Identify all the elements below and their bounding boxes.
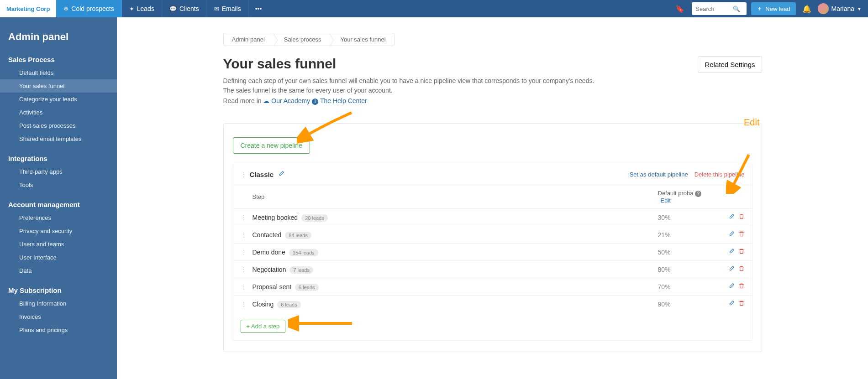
lead-count-badge: 6 leads [277, 301, 300, 308]
table-row: ⋮Meeting booked20 leads30% [233, 208, 752, 226]
sidebar-section-title: Integrations [0, 150, 117, 165]
delete-step-icon[interactable] [738, 248, 745, 256]
page-title: Your sales funnel [223, 56, 684, 72]
sidebar-item[interactable]: Plans and pricings [0, 323, 117, 337]
lead-count-badge: 84 leads [285, 232, 311, 239]
nav-tabs: ❄Cold prospects✦Leads💬Clients✉Emails [56, 0, 248, 17]
avatar [818, 3, 829, 14]
sidebar-item[interactable]: Data [0, 264, 117, 277]
drag-handle-icon[interactable]: ⋮ [241, 171, 247, 178]
step-proba: 90% [658, 301, 671, 308]
step-name: Proposal sent [253, 283, 292, 291]
nav-tab-leads[interactable]: ✦Leads [122, 0, 162, 17]
breadcrumb-item[interactable]: Admin panel [224, 33, 273, 46]
sidebar-item[interactable]: Users and teams [0, 238, 117, 251]
edit-step-icon[interactable] [728, 265, 735, 273]
sidebar: Admin panel Sales ProcessDefault fieldsY… [0, 17, 117, 379]
brand-logo[interactable]: Marketing Corp [0, 0, 56, 17]
nav-tab-icon: ✉ [214, 5, 219, 12]
sidebar-item[interactable]: Your sales funnel [0, 79, 117, 93]
drag-handle-icon[interactable]: ⋮ [241, 301, 247, 308]
search-input[interactable] [692, 5, 733, 12]
edit-step-icon[interactable] [728, 213, 735, 221]
step-proba: 70% [658, 283, 671, 291]
nav-tab-cold-prospects[interactable]: ❄Cold prospects [56, 0, 121, 17]
sidebar-section-title: Sales Process [0, 51, 117, 66]
sidebar-item[interactable]: Shared email templates [0, 132, 117, 145]
nav-tab-emails[interactable]: ✉Emails [207, 0, 249, 17]
sidebar-section-title: My Subscription [0, 282, 117, 297]
drag-handle-icon[interactable]: ⋮ [241, 231, 247, 239]
edit-step-icon[interactable] [728, 248, 735, 256]
sidebar-item[interactable]: Post-sales processes [0, 119, 117, 132]
sidebar-item[interactable]: Invoices [0, 310, 117, 323]
page-description: Defining each step of your own sales fun… [223, 76, 598, 95]
step-name: Demo done [253, 249, 285, 256]
edit-pipeline-icon[interactable] [278, 171, 284, 178]
delete-step-icon[interactable] [738, 231, 745, 239]
nav-tab-label: Emails [222, 5, 241, 12]
steps-table: Step Default proba ? Edit ⋮Meeting booke… [233, 185, 752, 312]
nav-tab-label: Cold prospects [71, 5, 114, 12]
drag-handle-icon[interactable]: ⋮ [241, 266, 247, 273]
bookmark-icon[interactable]: 🔖 [673, 2, 687, 16]
nav-tab-label: Clients [179, 5, 199, 12]
breadcrumb-item[interactable]: Your sales funnel [329, 33, 394, 46]
edit-proba-link[interactable]: Edit [661, 197, 671, 204]
sidebar-item[interactable]: User Interface [0, 251, 117, 264]
sidebar-item[interactable]: Activities [0, 106, 117, 119]
main-content: Admin panelSales processYour sales funne… [117, 17, 868, 379]
sidebar-section-title: Account management [0, 196, 117, 211]
step-proba: 80% [658, 266, 671, 273]
step-name: Negociation [253, 266, 286, 273]
search-icon[interactable]: 🔍 [733, 5, 744, 12]
related-settings-button[interactable]: Related Settings [698, 56, 762, 73]
step-proba: 50% [658, 249, 671, 256]
create-pipeline-button[interactable]: Create a new pipeline [233, 137, 310, 154]
delete-step-icon[interactable] [738, 265, 745, 273]
drag-handle-icon[interactable]: ⋮ [241, 214, 247, 221]
delete-step-icon[interactable] [738, 283, 745, 291]
sidebar-item[interactable]: Billing Information [0, 297, 117, 310]
set-default-pipeline-link[interactable]: Set as default pipeline [630, 171, 688, 178]
help-icon[interactable]: ? [695, 191, 701, 197]
plus-icon: ＋ [757, 5, 763, 13]
edit-step-icon[interactable] [728, 300, 735, 308]
table-row: ⋮Contacted84 leads21% [233, 226, 752, 243]
academy-link[interactable]: Our Academy [271, 97, 310, 104]
nav-tab-clients[interactable]: 💬Clients [162, 0, 207, 17]
delete-pipeline-link[interactable]: Delete this pipeline [694, 171, 745, 178]
sidebar-title: Admin panel [0, 26, 117, 51]
drag-handle-icon[interactable]: ⋮ [241, 283, 247, 291]
add-step-button[interactable]: +Add a step [241, 320, 286, 333]
edit-annotation-label: Edit [744, 117, 759, 128]
drag-handle-icon[interactable]: ⋮ [241, 249, 247, 256]
help-center-link[interactable]: The Help Center [320, 97, 367, 104]
edit-step-icon[interactable] [728, 231, 735, 239]
step-proba: 21% [658, 231, 671, 239]
sidebar-item[interactable]: Default fields [0, 66, 117, 79]
pipeline-card: Create a new pipeline Edit ⋮ Classic Set… [223, 123, 762, 352]
sidebar-item[interactable]: Preferences [0, 211, 117, 224]
pipeline-block: ⋮ Classic Set as default pipeline Delete… [233, 164, 752, 341]
sidebar-item[interactable]: Third-party apps [0, 165, 117, 178]
nav-tab-icon: ❄ [63, 5, 68, 12]
notifications-icon[interactable]: 🔔 [800, 3, 813, 15]
search-box[interactable]: 🔍 [692, 2, 747, 15]
user-menu[interactable]: Mariana ▼ [818, 3, 862, 14]
pipeline-name: Classic [250, 171, 274, 178]
sidebar-item[interactable]: Privacy and security [0, 224, 117, 238]
step-proba: 30% [658, 214, 671, 221]
plus-icon: + [247, 323, 250, 330]
sidebar-item[interactable]: Tools [0, 178, 117, 192]
delete-step-icon[interactable] [738, 213, 745, 221]
nav-more-icon[interactable]: ••• [249, 5, 268, 12]
delete-step-icon[interactable] [738, 300, 745, 308]
col-step-label: Step [253, 193, 658, 200]
nav-tab-label: Leads [137, 5, 154, 12]
edit-step-icon[interactable] [728, 283, 735, 291]
breadcrumb-item[interactable]: Sales process [273, 33, 330, 46]
nav-tab-icon: ✦ [129, 5, 134, 12]
sidebar-item[interactable]: Categorize your leads [0, 93, 117, 106]
new-lead-button[interactable]: ＋ New lead [751, 2, 795, 15]
